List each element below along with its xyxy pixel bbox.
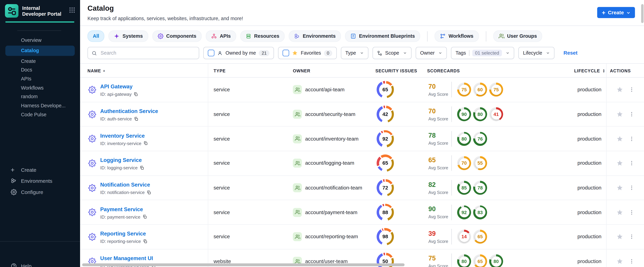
- sidebar-item-catalog[interactable]: Catalog: [5, 46, 75, 56]
- owner-filter-dropdown[interactable]: Owner: [416, 47, 447, 59]
- copy-icon[interactable]: [140, 166, 144, 170]
- tab-systems[interactable]: Systems: [109, 30, 148, 42]
- row-menu-icon[interactable]: [629, 111, 634, 117]
- copy-icon[interactable]: [134, 116, 138, 121]
- sidebar-item-workflows[interactable]: Workflows: [0, 83, 80, 92]
- scorecard-gauge-value: 70: [462, 161, 467, 166]
- owned-by-me-filter[interactable]: Owned by me 21: [203, 47, 274, 59]
- favorites-count: 0: [324, 50, 332, 56]
- entity-name-link[interactable]: Reporting Service: [100, 231, 146, 237]
- scorecard-gauge-value: 76: [478, 136, 483, 141]
- tab-workflows[interactable]: Workflows: [434, 30, 479, 42]
- row-menu-icon[interactable]: [629, 258, 634, 264]
- service-gear-icon: [88, 110, 96, 118]
- table-row: API Gateway ID: api-gateway service acco…: [80, 78, 644, 102]
- favorite-star-icon[interactable]: [616, 111, 623, 118]
- row-menu-icon[interactable]: [629, 210, 634, 215]
- sidebar-item-random[interactable]: random: [0, 92, 80, 101]
- entity-id: ID: notification-service: [100, 190, 145, 195]
- entity-name-link[interactable]: Logging Service: [100, 157, 142, 163]
- lifecycle-value: production: [574, 78, 606, 102]
- favorite-star-icon[interactable]: [616, 184, 623, 191]
- lifecycle-filter-dropdown[interactable]: Lifecycle: [518, 47, 554, 59]
- scorecard-gauge-value: 90: [462, 112, 467, 117]
- table-row: Authentication Service ID: auth-service …: [80, 102, 644, 126]
- create-button[interactable]: + Create: [597, 7, 635, 18]
- security-issues-donut: 65: [376, 155, 394, 172]
- sidebar-item-docs[interactable]: Docs: [0, 66, 80, 74]
- sidebar-item-label: Help: [21, 263, 32, 267]
- sidebar-item-create[interactable]: +Create: [0, 164, 80, 175]
- scorecard-gauges: 8076: [457, 132, 487, 146]
- lifecycle-value: production: [574, 127, 606, 151]
- column-header-lifecycle[interactable]: LIFECYCLE ▲▼: [574, 64, 606, 77]
- favorite-star-icon[interactable]: [616, 209, 623, 216]
- scorecard-gauge-value: 75: [462, 87, 467, 92]
- horizontal-scrollbar[interactable]: [82, 264, 404, 266]
- owned-by-me-checkbox[interactable]: [208, 50, 214, 56]
- owner-name: account/reporting-team: [305, 234, 358, 240]
- favorite-star-icon[interactable]: [616, 136, 623, 142]
- row-menu-icon[interactable]: [629, 185, 634, 191]
- tab-environments[interactable]: Environments: [289, 30, 341, 42]
- tags-filter-dropdown[interactable]: Tags 01 selected: [451, 47, 514, 59]
- favorite-star-icon[interactable]: [616, 160, 623, 166]
- favorite-star-icon[interactable]: [616, 86, 623, 93]
- sidebar-item-apis[interactable]: APIs: [0, 74, 80, 83]
- sidebar-item-harness-develope[interactable]: Harness Develope...: [0, 101, 80, 110]
- sidebar-item-code-pulse[interactable]: Code Pulse: [0, 110, 80, 119]
- app-switcher-icon[interactable]: [69, 7, 75, 15]
- sidebar-item-environments[interactable]: Environments: [0, 175, 80, 186]
- scorecard-gauges: 9283: [457, 205, 487, 219]
- copy-icon[interactable]: [147, 190, 151, 194]
- copy-icon[interactable]: [142, 215, 147, 219]
- row-menu-icon[interactable]: [629, 234, 634, 240]
- vertical-scrollbar[interactable]: [641, 4, 644, 23]
- scorecard-gauge: 75: [457, 83, 471, 97]
- entity-name-link[interactable]: API Gateway: [100, 84, 132, 90]
- sidebar-item-create[interactable]: Create: [0, 56, 80, 66]
- tab-user-groups[interactable]: User Groups: [493, 30, 542, 42]
- scope-filter-dropdown[interactable]: Scope: [372, 47, 412, 59]
- tab-resources[interactable]: Resources: [240, 30, 285, 42]
- table-row: Inventory Service ID: inventory-service …: [80, 127, 644, 151]
- row-menu-icon[interactable]: [629, 136, 634, 142]
- sidebar-item-label: Catalog: [21, 48, 39, 54]
- tab-all[interactable]: All: [88, 30, 104, 42]
- divider: [451, 131, 452, 146]
- tab-environment-blueprints[interactable]: Environment Blueprints: [345, 30, 420, 42]
- row-menu-icon[interactable]: [629, 87, 634, 92]
- search-input[interactable]: [100, 50, 195, 56]
- environments-icon: [294, 33, 300, 39]
- entity-name-link[interactable]: Payment Service: [100, 206, 143, 212]
- entity-name-link[interactable]: Authentication Service: [100, 108, 158, 114]
- favorites-filter[interactable]: Favorites 0: [278, 47, 337, 59]
- copy-icon[interactable]: [143, 239, 148, 244]
- chevron-down-icon: [506, 51, 510, 55]
- favorites-checkbox[interactable]: [283, 50, 289, 56]
- row-menu-icon[interactable]: [629, 160, 634, 166]
- favorite-star-icon[interactable]: [616, 258, 623, 264]
- lifecycle-value: production: [574, 151, 606, 175]
- scorecard-gauges: 806580: [457, 254, 503, 267]
- column-header-name[interactable]: NAME ▲: [88, 64, 208, 77]
- copy-icon[interactable]: [144, 141, 148, 146]
- copy-icon[interactable]: [134, 92, 138, 96]
- service-gear-icon: [88, 159, 96, 167]
- scorecard-gauges: 8578: [457, 181, 487, 195]
- sort-asc-icon: ▲: [103, 69, 106, 72]
- tab-components[interactable]: Components: [152, 30, 202, 42]
- entity-type: service: [208, 176, 293, 200]
- favorite-star-icon[interactable]: [616, 234, 623, 240]
- entity-name-link[interactable]: Notification Service: [100, 182, 150, 188]
- sidebar-item-overview[interactable]: Overview: [0, 36, 80, 45]
- entity-id: ID: auth-service: [100, 116, 132, 121]
- avg-score-value: 70: [428, 83, 452, 90]
- reset-filters-link[interactable]: Reset: [564, 50, 578, 56]
- type-filter-dropdown[interactable]: Type: [341, 47, 368, 59]
- sidebar-item-configure[interactable]: Configure: [0, 186, 80, 198]
- sidebar-item-help[interactable]: Help: [0, 263, 80, 267]
- entity-name-link[interactable]: User Management UI: [100, 255, 153, 262]
- tab-apis[interactable]: APIs: [206, 30, 236, 42]
- entity-name-link[interactable]: Inventory Service: [100, 133, 145, 139]
